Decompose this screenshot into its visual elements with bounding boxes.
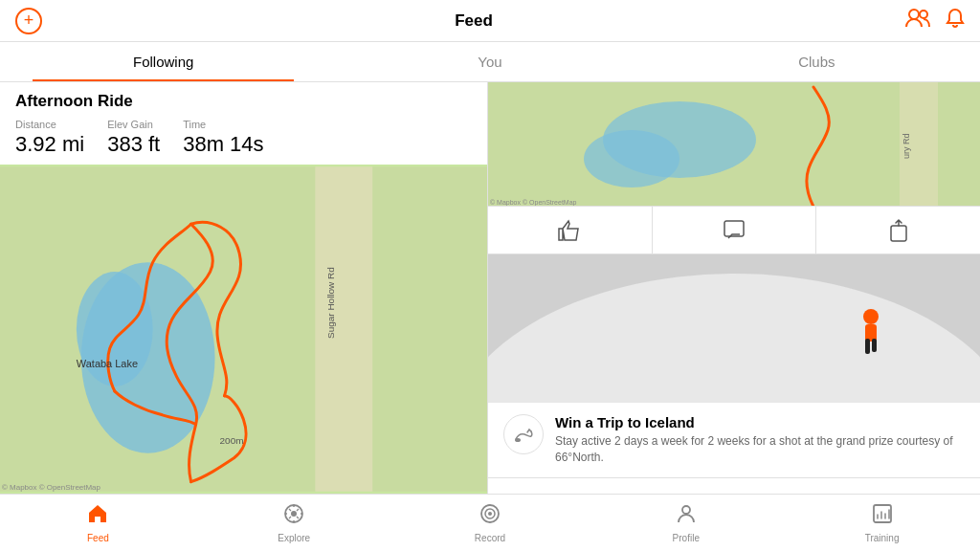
svg-text:© Mapbox © OpenStreetMap: © Mapbox © OpenStreetMap [490, 199, 577, 207]
promo-text: Win a Trip to Iceland Stay active 2 days… [555, 414, 965, 466]
main-content: Afternoon Ride Distance 3.92 mi Elev Gai… [0, 82, 980, 494]
svg-text:Wataba Lake: Wataba Lake [77, 358, 138, 369]
top-map-svg: ury Rd © Mapbox © OpenStreetMap [488, 82, 980, 207]
tab-you[interactable]: You [326, 42, 653, 81]
like-button[interactable] [488, 207, 653, 253]
svg-point-1 [920, 11, 927, 18]
svg-rect-6 [315, 166, 372, 491]
stat-time: Time 38m 14s [183, 119, 263, 157]
right-top-map: ury Rd © Mapbox © OpenStreetMap [488, 82, 980, 207]
activity-map[interactable]: Wataba Lake Sugar Hollow Rd 200m © Mapbo… [0, 165, 487, 494]
add-icon: + [24, 11, 34, 31]
training-icon [872, 503, 893, 530]
stat-distance: Distance 3.92 mi [15, 119, 84, 157]
left-panel: Afternoon Ride Distance 3.92 mi Elev Gai… [0, 82, 488, 494]
elevation-value: 383 ft [107, 132, 160, 157]
svg-point-25 [515, 438, 521, 442]
stats-row: Distance 3.92 mi Elev Gain 383 ft Time 3… [15, 119, 472, 157]
notification-icon[interactable] [946, 8, 965, 34]
promo-bg-svg [488, 254, 980, 403]
svg-point-21 [863, 309, 879, 324]
feed-icon [87, 503, 108, 530]
svg-text:© Mapbox © OpenStreetMap: © Mapbox © OpenStreetMap [2, 483, 101, 492]
page-title: Feed [455, 11, 493, 31]
promo-title: Win a Trip to Iceland [555, 414, 965, 430]
map-svg: Wataba Lake Sugar Hollow Rd 200m © Mapbo… [0, 165, 487, 494]
explore-label: Explore [278, 533, 310, 543]
profile-icon [676, 503, 697, 530]
svg-text:ury Rd: ury Rd [902, 133, 911, 159]
svg-rect-24 [872, 339, 877, 352]
record-icon [479, 503, 501, 530]
stat-elevation: Elev Gain 383 ft [107, 119, 160, 157]
nav-profile[interactable]: Profile [588, 503, 784, 543]
feed-label: Feed [87, 533, 109, 543]
tab-following[interactable]: Following [0, 42, 326, 81]
add-button[interactable]: + [15, 8, 42, 34]
people-icon[interactable] [905, 9, 930, 33]
svg-text:200m: 200m [220, 435, 244, 446]
svg-rect-18 [891, 226, 906, 241]
svg-text:Sugar Hollow Rd: Sugar Hollow Rd [325, 267, 336, 339]
header-icons [905, 8, 965, 34]
svg-point-0 [909, 10, 919, 19]
activity-title: Afternoon Ride [15, 92, 472, 111]
nav-feed[interactable]: Feed [0, 503, 196, 543]
nav-explore[interactable]: Explore [196, 503, 392, 543]
svg-point-13 [584, 130, 679, 187]
profile-label: Profile [673, 533, 700, 543]
tab-bar: Following You Clubs [0, 42, 980, 82]
nav-training[interactable]: Training [784, 503, 980, 543]
promo-image [488, 254, 980, 403]
right-panel: ury Rd © Mapbox © OpenStreetMap [488, 82, 980, 494]
time-label: Time [183, 119, 263, 130]
svg-point-31 [682, 506, 690, 514]
tab-clubs[interactable]: Clubs [654, 42, 980, 81]
elevation-label: Elev Gain [107, 119, 160, 130]
promo-description: Stay active 2 days a week for 2 weeks fo… [555, 433, 965, 466]
distance-label: Distance [15, 119, 84, 130]
promo-icon [503, 414, 544, 454]
svg-point-27 [291, 511, 297, 517]
app-header: + Feed [0, 0, 980, 42]
svg-rect-23 [865, 339, 870, 354]
svg-point-30 [488, 512, 492, 516]
record-label: Record [475, 533, 505, 543]
time-value: 38m 14s [183, 132, 263, 157]
action-bar [488, 207, 980, 254]
distance-value: 3.92 mi [15, 132, 84, 157]
training-label: Training [865, 533, 900, 543]
nav-record[interactable]: Record [392, 503, 589, 543]
promo-card: Win a Trip to Iceland Stay active 2 days… [488, 403, 980, 478]
share-button[interactable] [816, 207, 980, 253]
activity-info: Afternoon Ride Distance 3.92 mi Elev Gai… [0, 82, 487, 165]
comment-button[interactable] [653, 207, 817, 253]
explore-icon [283, 503, 304, 530]
bottom-nav: Feed Explore Record [0, 494, 980, 551]
